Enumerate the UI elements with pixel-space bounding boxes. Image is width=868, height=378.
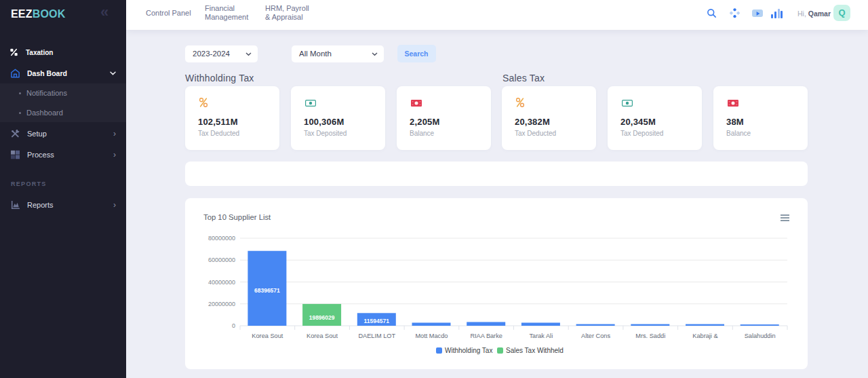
svg-text:Mott Macdo: Mott Macdo	[415, 333, 448, 339]
svg-text:80000000: 80000000	[208, 235, 235, 242]
svg-text:20000000: 20000000	[208, 301, 235, 307]
svg-text:19896029: 19896029	[309, 314, 335, 321]
svg-text:68396571: 68396571	[254, 287, 280, 294]
svg-text:DAELIM LOT: DAELIM LOT	[358, 333, 395, 339]
svg-text:60000000: 60000000	[208, 257, 235, 263]
svg-text:0: 0	[232, 322, 235, 329]
svg-text:Top 10 Supplier List: Top 10 Supplier List	[203, 213, 271, 221]
svg-text:Alter Cons: Alter Cons	[581, 333, 610, 339]
svg-text:Kabraji &: Kabraji &	[692, 333, 717, 339]
svg-text:RIAA Barke: RIAA Barke	[470, 333, 502, 339]
svg-text:Salahuddin: Salahuddin	[745, 333, 776, 339]
svg-text:Sales Tax Withheld: Sales Tax Withheld	[506, 347, 564, 354]
svg-text:Tarak Ali: Tarak Ali	[529, 333, 553, 339]
svg-text:Korea Sout: Korea Sout	[307, 333, 338, 339]
svg-text:40000000: 40000000	[208, 279, 235, 286]
svg-text:Mrs. Saddi: Mrs. Saddi	[635, 333, 665, 339]
svg-text:11594571: 11594571	[364, 318, 390, 324]
svg-text:Withholding Tax: Withholding Tax	[445, 347, 492, 354]
svg-text:Korea Sout: Korea Sout	[252, 333, 283, 339]
